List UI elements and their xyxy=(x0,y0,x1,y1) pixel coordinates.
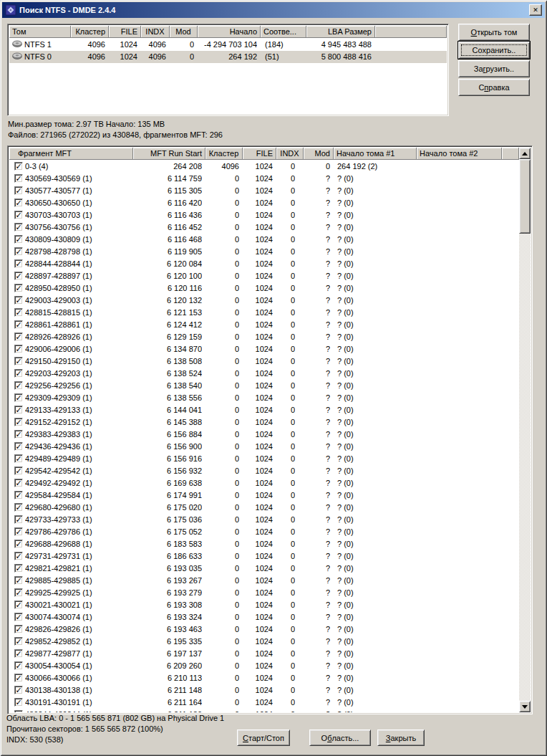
table-row[interactable]: ✓430809-430809 (1)6 116 468010240?? (0) xyxy=(9,234,531,246)
table-row[interactable]: ✓430577-430577 (1)6 115 305010240?? (0) xyxy=(9,185,531,197)
table-row[interactable]: ✓429133-429133 (1)6 144 041010240?? (0) xyxy=(9,404,531,416)
checkbox[interactable]: ✓ xyxy=(14,442,23,451)
close-icon[interactable]: ✕ xyxy=(529,4,542,16)
checkbox[interactable]: ✓ xyxy=(14,601,23,609)
checkbox[interactable]: ✓ xyxy=(14,272,23,280)
checkbox[interactable]: ✓ xyxy=(14,686,23,694)
checkbox[interactable]: ✓ xyxy=(14,674,23,682)
checkbox[interactable]: ✓ xyxy=(14,345,23,353)
table-row[interactable]: ✓429731-429731 (1)6 186 633010240?? (0) xyxy=(9,550,531,563)
table-row[interactable]: ✓429852-429852 (1)6 195 335010240?? (0) xyxy=(9,636,531,648)
mft-header-4[interactable]: FILE xyxy=(243,148,276,160)
checkbox[interactable]: ✓ xyxy=(14,698,23,707)
table-row[interactable]: ✓429688-429688 (1)6 183 583010240?? (0) xyxy=(9,538,531,550)
table-row[interactable]: ✓429826-429826 (1)6 193 463010240?? (0) xyxy=(9,623,531,636)
checkbox[interactable]: ✓ xyxy=(14,661,23,670)
checkbox[interactable]: ✓ xyxy=(14,466,23,475)
checkbox[interactable]: ✓ xyxy=(14,406,23,414)
checkbox[interactable]: ✓ xyxy=(14,527,23,536)
table-row[interactable]: ✓430703-430703 (1)6 116 436010240?? (0) xyxy=(9,209,531,221)
volume-row[interactable]: NTFS 04096102440960264 192(51)5 800 488 … xyxy=(9,51,447,63)
table-row[interactable]: ✓429786-429786 (1)6 175 052010240?? (0) xyxy=(9,526,531,538)
volumes-header-6[interactable]: Начало xyxy=(198,26,261,38)
mft-header-7[interactable]: Начало тома #1 xyxy=(334,148,417,160)
scroll-track[interactable] xyxy=(519,159,531,701)
checkbox[interactable]: ✓ xyxy=(14,625,23,633)
table-row[interactable]: ✓429003-429003 (1)6 120 132010240?? (0) xyxy=(9,295,531,307)
checkbox[interactable]: ✓ xyxy=(14,174,23,183)
mft-header-1[interactable]: Фрагмент MFT xyxy=(9,148,133,160)
volumes-header-5[interactable]: Mod xyxy=(170,26,198,38)
volume-row[interactable]: NTFS 14096102440960-4 294 703 104(184)4 … xyxy=(9,39,447,51)
table-row[interactable]: ✓429877-429877 (1)6 197 137010240?? (0) xyxy=(9,648,531,660)
table-row[interactable]: ✓429925-429925 (1)6 193 279010240?? (0) xyxy=(9,587,531,599)
table-row[interactable]: ✓428798-428798 (1)6 119 905010240?? (0) xyxy=(9,246,531,258)
volumes-header-1[interactable]: Том xyxy=(9,26,71,38)
table-row[interactable]: ✓430054-430054 (1)6 209 260010240?? (0) xyxy=(9,660,531,672)
load-button[interactable]: Загрузить.. xyxy=(458,60,530,77)
checkbox[interactable]: ✓ xyxy=(14,564,23,573)
table-row[interactable]: ✓430756-430756 (1)6 116 452010240?? (0) xyxy=(9,221,531,234)
checkbox[interactable]: ✓ xyxy=(14,588,23,597)
vertical-scrollbar[interactable] xyxy=(519,148,531,712)
table-row[interactable]: ✓429152-429152 (1)6 145 388010240?? (0) xyxy=(9,416,531,429)
scroll-thumb[interactable] xyxy=(519,159,531,234)
checkbox[interactable]: ✓ xyxy=(14,454,23,463)
table-row[interactable]: ✓428844-428844 (1)6 120 084010240?? (0) xyxy=(9,258,531,270)
mft-header-3[interactable]: Кластер xyxy=(205,148,243,160)
volumes-header-8[interactable]: LBA Размер xyxy=(306,26,375,38)
checkbox[interactable]: ✓ xyxy=(14,320,23,329)
start-stop-button[interactable]: Старт/Стоп xyxy=(237,729,290,746)
table-row[interactable]: ✓430569-430569 (1)6 114 759010240?? (0) xyxy=(9,173,531,185)
checkbox[interactable]: ✓ xyxy=(14,162,23,171)
checkbox[interactable]: ✓ xyxy=(14,259,23,268)
checkbox[interactable]: ✓ xyxy=(14,503,23,512)
checkbox[interactable]: ✓ xyxy=(14,308,23,317)
checkbox[interactable]: ✓ xyxy=(14,637,23,646)
volumes-header-3[interactable]: FILE xyxy=(109,26,141,38)
table-row[interactable]: ✓429885-429885 (1)6 193 267010240?? (0) xyxy=(9,575,531,587)
checkbox[interactable]: ✓ xyxy=(14,381,23,390)
checkbox[interactable]: ✓ xyxy=(14,710,23,712)
checkbox[interactable]: ✓ xyxy=(14,393,23,402)
save-button[interactable]: Сохранить.. xyxy=(458,42,530,59)
checkbox[interactable]: ✓ xyxy=(14,430,23,439)
table-row[interactable]: ✓429256-429256 (1)6 138 540010240?? (0) xyxy=(9,380,531,392)
checkbox[interactable]: ✓ xyxy=(14,211,23,219)
table-row[interactable]: ✓430650-430650 (1)6 116 420010240?? (0) xyxy=(9,197,531,209)
table-row[interactable]: ✓0-3 (4)264 2084096102400264 192 (2) xyxy=(9,161,531,173)
checkbox[interactable]: ✓ xyxy=(14,296,23,305)
table-row[interactable]: ✓430021-430021 (1)6 193 308010240?? (0) xyxy=(9,599,531,611)
table-row[interactable]: ✓428815-428815 (1)6 121 153010240?? (0) xyxy=(9,307,531,319)
mft-header-6[interactable]: Mod xyxy=(304,148,334,160)
volumes-header-2[interactable]: Кластер xyxy=(71,26,109,38)
table-row[interactable]: ✓429203-429203 (1)6 138 524010240?? (0) xyxy=(9,368,531,380)
close-button[interactable]: Закрыть xyxy=(377,729,425,746)
mft-header-2[interactable]: MFT Run Start xyxy=(133,148,205,160)
checkbox[interactable]: ✓ xyxy=(14,649,23,658)
volumes-header-4[interactable]: INDX xyxy=(141,26,170,38)
mft-header-5[interactable]: INDX xyxy=(276,148,304,160)
table-row[interactable]: ✓430244-430244 (1)6 211 180010240?? (0) xyxy=(9,709,531,712)
scroll-down-button[interactable] xyxy=(519,701,531,712)
checkbox[interactable]: ✓ xyxy=(14,357,23,365)
mft-header-8[interactable]: Начало тома #2 xyxy=(417,148,502,160)
table-row[interactable]: ✓428950-428950 (1)6 120 116010240?? (0) xyxy=(9,282,531,295)
table-row[interactable]: ✓430191-430191 (1)6 211 164010240?? (0) xyxy=(9,697,531,709)
checkbox[interactable]: ✓ xyxy=(14,332,23,341)
table-row[interactable]: ✓429680-429680 (1)6 175 020010240?? (0) xyxy=(9,502,531,514)
checkbox[interactable]: ✓ xyxy=(14,284,23,292)
table-row[interactable]: ✓429489-429489 (1)6 156 916010240?? (0) xyxy=(9,453,531,465)
checkbox[interactable]: ✓ xyxy=(14,198,23,207)
table-row[interactable]: ✓429309-429309 (1)6 138 556010240?? (0) xyxy=(9,392,531,404)
checkbox[interactable]: ✓ xyxy=(14,552,23,560)
open-volume-button[interactable]: Открыть том xyxy=(458,24,530,41)
table-row[interactable]: ✓428861-428861 (1)6 124 412010240?? (0) xyxy=(9,319,531,331)
table-row[interactable]: ✓429821-429821 (1)6 193 035010240?? (0) xyxy=(9,563,531,575)
checkbox[interactable]: ✓ xyxy=(14,247,23,256)
checkbox[interactable]: ✓ xyxy=(14,235,23,244)
checkbox[interactable]: ✓ xyxy=(14,613,23,621)
table-row[interactable]: ✓430066-430066 (1)6 210 113010240?? (0) xyxy=(9,672,531,684)
table-row[interactable]: ✓429733-429733 (1)6 175 036010240?? (0) xyxy=(9,514,531,526)
table-row[interactable]: ✓429006-429006 (1)6 134 870010240?? (0) xyxy=(9,343,531,355)
